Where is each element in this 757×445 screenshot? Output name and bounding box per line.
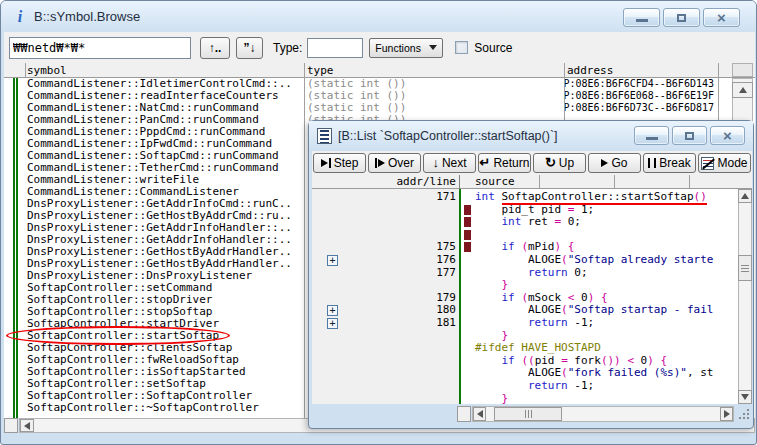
mode-icon: [701, 157, 714, 170]
step-over-icon: [375, 158, 385, 168]
source-checkbox-label: Source: [474, 41, 512, 55]
scrollbar-stub: [457, 406, 471, 422]
mode-button[interactable]: Mode: [698, 153, 751, 173]
expand-plus-icon[interactable]: +: [327, 318, 338, 329]
minimize-icon: [646, 137, 658, 140]
column-divider: [459, 175, 460, 189]
maximize-icon: [685, 132, 694, 140]
line-number: 171: [312, 191, 456, 204]
step-into-icon: [321, 158, 331, 168]
source-line[interactable]: 177 return 0;: [312, 267, 738, 280]
scroll-left-icon: [24, 422, 30, 430]
close-button[interactable]: ×: [703, 8, 740, 27]
over-button[interactable]: Over: [368, 153, 421, 173]
source-code-text: }: [475, 393, 508, 405]
expand-plus-icon[interactable]: +: [327, 255, 338, 266]
column-divider: [564, 63, 565, 78]
source-line[interactable]: return -1;: [312, 380, 738, 393]
source-line[interactable]: }: [312, 393, 738, 405]
line-number: 177: [312, 267, 456, 280]
scrollbar-corner: [732, 63, 753, 77]
step-button[interactable]: Step: [313, 153, 366, 173]
up-level-button[interactable]: ↑..: [200, 37, 230, 59]
line-marker: [464, 242, 471, 252]
type-filter-input[interactable]: [307, 38, 363, 58]
close-icon: ×: [717, 10, 726, 25]
column-divider: [689, 175, 690, 189]
toolbar-button-label: Next: [442, 156, 467, 170]
symbol-filter-input[interactable]: [9, 37, 191, 59]
column-header-symbol: symbol: [27, 64, 67, 77]
maximize-button[interactable]: [672, 126, 707, 145]
type-label: Type:: [273, 41, 302, 55]
next-button[interactable]: ↓Next: [423, 153, 476, 173]
functions-dropdown[interactable]: Functions: [369, 38, 443, 58]
scroll-down-button[interactable]: [738, 390, 752, 404]
trace32-app-icon: i: [13, 9, 27, 25]
source-vertical-scrollbar[interactable]: [738, 189, 752, 404]
functions-dropdown-label: Functions: [375, 42, 421, 54]
paste-down-button[interactable]: ”↓: [236, 37, 263, 59]
addr-cell: P:08E6:B6F6E068--B6F6E19F: [563, 90, 714, 102]
debug-toolbar: StepOver↓Next↵Return↻UpGoBreakMode: [312, 151, 752, 175]
scroll-down-icon: [741, 394, 749, 400]
expand-plus-icon[interactable]: +: [327, 305, 338, 316]
break-button[interactable]: Break: [643, 153, 696, 173]
column-header-address: address: [567, 64, 613, 77]
step-return-icon: ↵: [480, 158, 491, 168]
scrollbar-thumb[interactable]: [494, 407, 562, 421]
go-icon: [601, 159, 608, 167]
source-line[interactable]: int ret = 0;: [312, 216, 738, 229]
addr-cell: P:08E6:B6F6D73C--B6F6D817: [563, 102, 714, 114]
toolbar-button-label: Mode: [717, 156, 747, 170]
scroll-up-button[interactable]: [732, 82, 753, 98]
step-next-icon: ↓: [432, 158, 439, 168]
column-divider: [539, 175, 540, 189]
column-divider: [304, 63, 305, 78]
chevron-down-icon: [429, 45, 437, 50]
list-window-title: [B::List `SoftapController::startSoftap(…: [338, 129, 558, 143]
main-window-title: B::sYmbol.Browse: [34, 9, 140, 24]
column-divider: [304, 78, 305, 418]
source-checkbox[interactable]: [455, 41, 468, 54]
close-icon: ×: [723, 128, 732, 143]
scroll-left-icon: [477, 410, 483, 418]
minimize-button[interactable]: [634, 126, 669, 145]
scroll-right-icon: [724, 410, 730, 418]
symbol-browse-window: i B::sYmbol.Browse × ↑.. ”↓ Type: Functi…: [0, 0, 757, 445]
up-arrow-dots-icon: ↑..: [209, 41, 222, 55]
break-icon: [648, 158, 656, 168]
line-marker: [464, 230, 471, 240]
resize-grip[interactable]: [738, 408, 750, 420]
source-line[interactable]: 181+ return -1;: [312, 317, 738, 330]
toolbar-button-label: Return: [493, 156, 529, 170]
close-button[interactable]: ×: [710, 126, 745, 145]
line-marker: [464, 217, 471, 227]
list-source-window: [B::List `SoftapController::startSoftap(…: [308, 120, 754, 429]
source-horizontal-scrollbar[interactable]: [312, 406, 752, 422]
scrollbar-stub: [4, 418, 18, 433]
main-toolbar: ↑.. ”↓ Type: Functions Source: [4, 32, 755, 63]
maximize-button[interactable]: [663, 8, 700, 27]
minimize-button[interactable]: [623, 8, 660, 27]
addr-cell: P:08E6:B6F6CFD4--B6F6D143: [563, 78, 714, 90]
toolbar-button-label: Up: [559, 156, 574, 170]
source-code-text: int ret = 0;: [475, 216, 581, 229]
source-header: addr/line source: [312, 175, 752, 189]
column-divider: [718, 63, 719, 78]
up-button[interactable]: ↻Up: [533, 153, 586, 173]
scroll-right-button[interactable]: [720, 407, 733, 421]
scroll-up-button[interactable]: [738, 189, 752, 203]
source-margin-line: [459, 189, 461, 404]
scroll-left-button[interactable]: [473, 407, 486, 421]
go-button[interactable]: Go: [588, 153, 641, 173]
scrollbar-thumb[interactable]: [738, 255, 752, 281]
scroll-left-button[interactable]: [20, 419, 34, 432]
column-header-source: source: [475, 175, 515, 188]
column-header-addr-line: addr/line: [396, 175, 456, 188]
column-header-type: type: [307, 64, 334, 77]
toolbar-button-label: Step: [334, 156, 359, 170]
toolbar-button-label: Go: [611, 156, 627, 170]
toolbar-button-label: Break: [659, 156, 690, 170]
return-button[interactable]: ↵Return: [478, 153, 531, 173]
